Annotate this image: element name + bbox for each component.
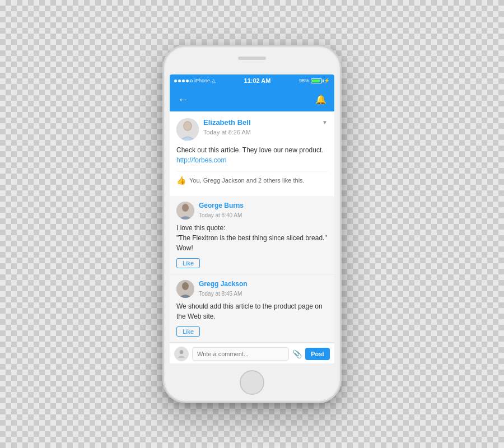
george-timestamp: Today at 8:40 AM — [199, 212, 242, 218]
battery-fill — [312, 80, 320, 82]
george-avatar — [176, 202, 194, 220]
carrier-label: iPhone — [194, 78, 210, 83]
post-header: Elizabeth Bell Today at 8:26 AM ▼ — [176, 118, 328, 141]
post-card: Elizabeth Bell Today at 8:26 AM ▼ Check … — [170, 111, 334, 196]
dropdown-arrow-icon[interactable]: ▼ — [322, 119, 328, 125]
signal-dot-1 — [174, 80, 177, 82]
comment-input-bar: 📎 Post — [170, 343, 334, 363]
mute-switch — [162, 86, 164, 97]
comments-section: George Burns Today at 8:40 AM I love thi… — [170, 196, 334, 343]
svg-point-7 — [180, 350, 184, 354]
likes-bar: 👍 You, Gregg Jackson and 2 others like t… — [176, 171, 328, 189]
phone-device: iPhone △ 11:02 AM 98% ⚡ ← 🔔 — [162, 45, 342, 403]
status-time: 11:02 AM — [244, 77, 271, 84]
comment-george-header: George Burns Today at 8:40 AM — [176, 202, 328, 220]
status-bar: iPhone △ 11:02 AM 98% ⚡ — [170, 74, 334, 87]
post-link[interactable]: http://forbes.com — [176, 156, 226, 164]
george-comment-body: I love this quote: "The Flexitron is the… — [176, 223, 328, 253]
volume-up-button — [162, 97, 164, 114]
comment-george: George Burns Today at 8:40 AM I love thi… — [170, 196, 334, 274]
power-button — [340, 108, 342, 130]
signal-dot-5 — [190, 80, 193, 82]
poster-name: Elizabeth Bell — [203, 118, 322, 127]
gregg-name: Gregg Jackson — [199, 280, 328, 288]
gregg-like-button[interactable]: Like — [176, 326, 200, 337]
status-right: 98% ⚡ — [299, 78, 330, 83]
signal-dots — [174, 80, 193, 82]
comment-gregg-header: Gregg Jackson Today at 8:45 AM — [176, 280, 328, 298]
gregg-timestamp: Today at 8:45 AM — [199, 291, 242, 297]
post-meta: Elizabeth Bell Today at 8:26 AM — [203, 118, 322, 137]
current-user-avatar — [174, 347, 189, 361]
wifi-icon: △ — [212, 78, 216, 83]
phone-speaker — [238, 57, 266, 60]
content-area: Elizabeth Bell Today at 8:26 AM ▼ Check … — [170, 111, 334, 363]
back-button[interactable]: ← — [178, 94, 189, 105]
thumbs-up-icon: 👍 — [176, 176, 186, 185]
george-name: George Burns — [199, 202, 328, 209]
battery-bar — [311, 78, 322, 83]
signal-dot-3 — [182, 80, 185, 82]
svg-point-4 — [182, 204, 189, 212]
lightning-icon: ⚡ — [324, 78, 330, 83]
gregg-comment-body: We should add this article to the produc… — [176, 301, 328, 321]
gregg-meta: Gregg Jackson Today at 8:45 AM — [199, 280, 328, 298]
svg-point-2 — [184, 122, 191, 130]
post-comment-button[interactable]: Post — [305, 348, 330, 360]
post-timestamp: Today at 8:26 AM — [203, 129, 251, 136]
phone-screen: iPhone △ 11:02 AM 98% ⚡ ← 🔔 — [170, 74, 334, 363]
phone-body: iPhone △ 11:02 AM 98% ⚡ ← 🔔 — [162, 45, 342, 403]
battery-indicator — [311, 78, 322, 83]
post-text: Check out this article. They love our ne… — [176, 146, 324, 154]
attachment-icon[interactable]: 📎 — [292, 349, 302, 358]
george-like-button[interactable]: Like — [176, 258, 200, 268]
comment-text-input[interactable] — [192, 347, 289, 361]
svg-point-6 — [182, 282, 189, 290]
app-header: ← 🔔 — [170, 87, 334, 111]
battery-percent: 98% — [299, 78, 309, 83]
signal-dot-2 — [178, 80, 181, 82]
gregg-avatar — [176, 280, 194, 298]
signal-dot-4 — [186, 80, 189, 82]
post-body: Check out this article. They love our ne… — [176, 145, 328, 165]
notification-bell-icon[interactable]: 🔔 — [315, 94, 326, 105]
volume-down-button — [162, 119, 164, 136]
status-left: iPhone △ — [174, 78, 216, 83]
elizabeth-avatar — [176, 118, 199, 141]
likes-text: You, Gregg Jackson and 2 others like thi… — [189, 177, 305, 184]
george-meta: George Burns Today at 8:40 AM — [199, 202, 328, 220]
home-button[interactable] — [240, 370, 264, 395]
comment-gregg: Gregg Jackson Today at 8:45 AM We should… — [170, 274, 334, 343]
